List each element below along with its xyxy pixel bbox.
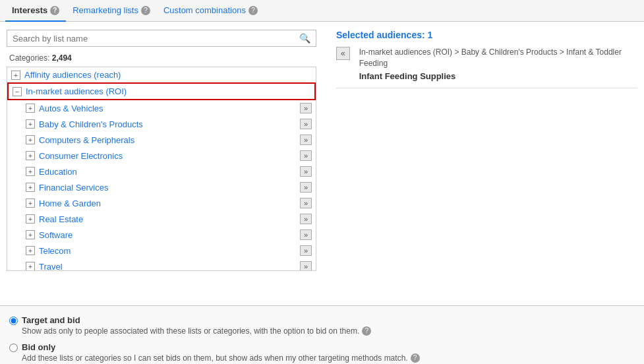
tab-remarketing-help[interactable]: ? [141,6,150,15]
radio-option-bid: Bid only Add these lists or categories s… [9,342,635,363]
tab-custom-label: Custom combinations [163,5,246,15]
target-bid-help-icon[interactable]: ? [362,326,371,336]
item-label-baby: Baby & Children's Products [39,119,300,129]
tab-custom-help[interactable]: ? [249,6,258,15]
item-label-computers: Computers & Peripherals [39,135,300,145]
item-label-realestate: Real Estate [39,214,300,224]
radio-target-content: Target and bid Show ads only to people a… [22,315,635,336]
tab-interests-help[interactable]: ? [50,6,59,15]
audience-text: In-market audiences (ROI) > Baby & Child… [359,47,637,82]
arrow-btn-telecom[interactable]: » [300,245,312,256]
category-item-software[interactable]: +Software» [7,227,316,243]
radio-bid-desc-text: Add these lists or categories so I can s… [22,353,408,363]
category-item-in-market[interactable]: −In-market audiences (ROI) [7,82,316,100]
category-item-financial[interactable]: +Financial Services» [7,179,316,195]
category-item-baby[interactable]: +Baby & Children's Products» [7,116,316,132]
radio-target-desc-text: Show ads only to people associated with … [22,326,359,336]
tab-remarketing[interactable]: Remarketing lists ? [66,0,157,22]
category-list[interactable]: +Affinity audiences (reach)−In-market au… [7,67,316,271]
category-item-computers[interactable]: +Computers & Peripherals» [7,132,316,148]
expand-icon-consumer[interactable]: + [26,151,35,160]
category-item-autos[interactable]: +Autos & Vehicles» [7,100,316,116]
item-label-telecom: Telecom [39,246,300,256]
audience-breadcrumb: In-market audiences (ROI) > Baby & Child… [359,47,622,68]
arrow-btn-travel[interactable]: » [300,261,312,271]
tab-interests-label: Interests [12,5,47,15]
item-label-consumer: Consumer Electronics [39,151,300,161]
selected-label: Selected audiences: [336,30,425,40]
expand-icon-affinity[interactable]: + [11,71,20,80]
item-label-education: Education [39,167,300,177]
item-label-in-market: In-market audiences (ROI) [26,86,310,96]
radio-target-bid[interactable] [9,317,18,325]
arrow-btn-home[interactable]: » [300,198,312,208]
radio-bid-only[interactable] [9,344,18,352]
arrow-btn-software[interactable]: » [300,229,312,240]
expand-icon-software[interactable]: + [26,230,35,239]
category-item-travel[interactable]: +Travel» [7,258,316,271]
expand-icon-telecom[interactable]: + [26,246,35,255]
expand-icon-home[interactable]: + [26,198,35,208]
search-icon: 🔍 [299,33,310,44]
right-panel: Selected audiences: 1 « In-market audien… [330,30,637,297]
arrow-btn-financial[interactable]: » [300,182,312,193]
expand-icon-realestate[interactable]: + [26,214,35,224]
item-label-software: Software [39,230,300,240]
selected-audiences-title: Selected audiences: 1 [336,30,637,40]
category-item-consumer[interactable]: +Consumer Electronics» [7,148,316,164]
expand-icon-baby[interactable]: + [26,119,35,129]
arrow-btn-baby[interactable]: » [300,119,312,129]
radio-bid-desc: Add these lists or categories so I can s… [22,353,635,363]
audience-back-button[interactable]: « [336,47,350,60]
radio-bid-content: Bid only Add these lists or categories s… [22,342,635,363]
expand-icon-financial[interactable]: + [26,183,35,192]
expand-icon-computers[interactable]: + [26,135,35,144]
category-item-telecom[interactable]: +Telecom» [7,243,316,258]
category-item-education[interactable]: +Education» [7,164,316,179]
arrow-btn-computers[interactable]: » [300,135,312,145]
bottom-section: Target and bid Show ads only to people a… [0,305,644,364]
radio-target-label[interactable]: Target and bid [22,315,80,325]
categories-count: 2,494 [52,53,72,63]
categories-header: Categories: 2,494 [7,52,316,64]
audience-entry: « In-market audiences (ROI) > Baby & Chi… [336,47,637,88]
expand-icon-in-market[interactable]: − [13,87,22,96]
tab-interests[interactable]: Interests ? [5,0,66,22]
item-label-financial: Financial Services [39,183,300,193]
tabs-bar: Interests ? Remarketing lists ? Custom c… [0,0,644,22]
category-item-affinity[interactable]: +Affinity audiences (reach) [7,67,316,82]
radio-target-desc: Show ads only to people associated with … [22,326,635,336]
item-label-home: Home & Garden [39,198,300,208]
search-input[interactable] [13,34,299,44]
expand-icon-travel[interactable]: + [26,262,35,271]
item-label-affinity: Affinity audiences (reach) [24,70,312,80]
category-item-realestate[interactable]: +Real Estate» [7,211,316,227]
category-item-home[interactable]: +Home & Garden» [7,195,316,211]
selected-count: 1 [428,30,433,40]
arrow-btn-realestate[interactable]: » [300,214,312,224]
item-label-travel: Travel [39,262,300,272]
arrow-btn-education[interactable]: » [300,166,312,177]
main-content: 🔍 Categories: 2,494 +Affinity audiences … [0,22,644,305]
arrow-btn-autos[interactable]: » [300,103,312,113]
radio-option-target: Target and bid Show ads only to people a… [9,315,635,336]
expand-icon-education[interactable]: + [26,167,35,176]
tab-remarketing-label: Remarketing lists [73,5,138,15]
search-box[interactable]: 🔍 [7,30,316,47]
categories-label: Categories: [9,53,49,63]
audience-item: Infant Feeding Supplies [359,71,637,82]
tab-custom[interactable]: Custom combinations ? [157,0,264,22]
expand-icon-autos[interactable]: + [26,104,35,113]
radio-bid-label[interactable]: Bid only [22,342,55,352]
bid-only-help-icon[interactable]: ? [411,353,420,363]
arrow-btn-consumer[interactable]: » [300,150,312,161]
item-label-autos: Autos & Vehicles [39,104,300,113]
left-panel: 🔍 Categories: 2,494 +Affinity audiences … [7,30,316,297]
